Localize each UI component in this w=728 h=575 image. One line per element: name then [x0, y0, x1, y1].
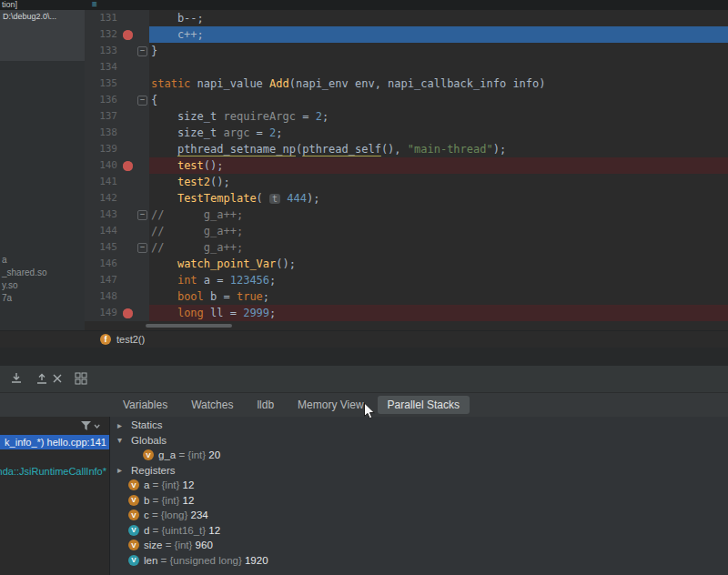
tree-group-statics[interactable]: ▸Statics	[110, 418, 728, 433]
line-number: 131	[85, 10, 119, 26]
code-text: c++;	[149, 26, 728, 43]
step-into-icon[interactable]	[9, 371, 24, 386]
gutter-icon-slot	[119, 59, 136, 76]
code-text: bool b = true;	[149, 288, 728, 305]
editor-line-136[interactable]: 136−{	[85, 92, 728, 108]
line-number: 144	[85, 223, 119, 239]
code-text	[149, 59, 728, 76]
editor-line-147[interactable]: 147 int a = 123456;	[85, 272, 728, 288]
gutter: 147	[85, 272, 149, 288]
variable-text: g_a = {int} 20	[158, 449, 220, 460]
code-text: watch_point_Var();	[149, 256, 728, 272]
library-item[interactable]: y.so	[2, 279, 46, 292]
step-out-icon[interactable]	[35, 371, 49, 386]
editor-line-134[interactable]: 134	[85, 59, 728, 76]
line-number: 134	[85, 59, 119, 76]
gutter: 133−	[85, 43, 149, 59]
filter-funnel-icon[interactable]	[80, 420, 102, 432]
fold-marker[interactable]: −	[136, 239, 149, 256]
debugger-bottom-area: k_info_*) hello.cpp:141nda::JsiRuntimeCa…	[0, 417, 728, 575]
gutter: 132	[85, 26, 149, 43]
library-item[interactable]: _shared.so	[2, 267, 46, 279]
frame-row[interactable]: nda::JsiRuntimeCallInfo*	[0, 464, 109, 479]
gutter: 146	[85, 256, 149, 272]
editor-line-131[interactable]: 131 b--;	[85, 10, 728, 26]
chevron-icon[interactable]: ▸	[117, 420, 126, 430]
chevron-icon[interactable]: ▾	[117, 435, 126, 445]
breadcrumb: f test2()	[0, 330, 728, 348]
tab-parallel-stacks[interactable]: Parallel Stacks	[378, 396, 470, 414]
editor-line-148[interactable]: 148 bool b = true;	[85, 288, 728, 305]
variable-d[interactable]: Vd = {uint16_t} 12	[110, 523, 728, 539]
chevron-icon[interactable]: ▸	[117, 465, 126, 475]
editor-line-143[interactable]: 143−// g_a++;	[85, 207, 728, 223]
line-number: 137	[85, 108, 119, 125]
line-number: 142	[85, 190, 119, 207]
editor-line-145[interactable]: 145−// g_a++;	[85, 239, 728, 256]
editor-line-132[interactable]: 132 c++;	[85, 26, 728, 43]
horizontal-scrollbar[interactable]	[146, 324, 232, 328]
fold-marker[interactable]: −	[136, 207, 149, 223]
gutter-icon-slot	[119, 76, 136, 92]
breakpoint-icon[interactable]	[119, 305, 136, 321]
editor-line-149[interactable]: 149 long ll = 2999;	[85, 305, 728, 321]
line-number: 145	[85, 239, 119, 256]
fold-marker[interactable]: −	[136, 92, 149, 108]
code-text: test();	[149, 157, 728, 174]
editor-line-135[interactable]: 135static napi_value Add(napi_env env, n…	[85, 76, 728, 92]
variable-c[interactable]: Vc = {long} 234	[110, 508, 728, 523]
editor-line-141[interactable]: 141 test2();	[85, 174, 728, 190]
editor-line-140[interactable]: 140 test();	[85, 157, 728, 174]
fold-marker	[136, 10, 149, 26]
remove-watch-icon[interactable]	[52, 373, 63, 384]
variable-icon: V	[128, 509, 139, 520]
code-editor[interactable]: 131 b--;132 c++;133−}134135static napi_v…	[85, 10, 728, 330]
editor-lines: 131 b--;132 c++;133−}134135static napi_v…	[85, 10, 728, 321]
gutter: 138	[85, 125, 149, 141]
fold-marker	[136, 256, 149, 272]
editor-line-144[interactable]: 144// g_a++;	[85, 223, 728, 239]
editor-line-138[interactable]: 138 size_t argc = 2;	[85, 125, 728, 141]
gutter-icon-slot	[119, 43, 136, 59]
fold-marker	[136, 223, 149, 239]
breakpoint-icon[interactable]	[119, 157, 136, 174]
variable-len[interactable]: Vlen = {unsigned long} 1920	[110, 553, 728, 569]
frame-row[interactable]: k_info_*) hello.cpp:141	[0, 435, 109, 449]
fold-marker	[136, 288, 149, 305]
library-item[interactable]: 7a	[2, 292, 46, 305]
function-icon: f	[100, 334, 111, 345]
project-path: D:\debug2.0\...	[0, 10, 85, 61]
line-number: 148	[85, 288, 119, 305]
library-item[interactable]: a	[2, 254, 46, 267]
tab-lldb[interactable]: lldb	[247, 396, 284, 414]
line-number: 135	[85, 76, 119, 92]
fold-marker	[136, 59, 149, 76]
variable-a[interactable]: Va = {int} 12	[110, 478, 728, 493]
gutter: 139	[85, 141, 149, 157]
ide-window: tion] ≡ D:\debug2.0\... a_shared.soy.so7…	[0, 0, 728, 575]
line-number: 141	[85, 174, 119, 190]
tree-group-registers[interactable]: ▸Registers	[110, 463, 728, 479]
breadcrumb-function[interactable]: test2()	[116, 334, 145, 345]
layout-grid-icon[interactable]	[74, 371, 88, 386]
editor-line-139[interactable]: 139 pthread_setname_np(pthread_self(), "…	[85, 141, 728, 157]
group-label: Statics	[131, 419, 163, 430]
editor-line-142[interactable]: 142 TestTemplate( t 444);	[85, 190, 728, 207]
frames-panel: k_info_*) hello.cpp:141nda::JsiRuntimeCa…	[0, 417, 110, 575]
fold-marker	[136, 157, 149, 174]
gutter: 140	[85, 157, 149, 174]
breakpoint-icon[interactable]	[119, 26, 136, 43]
editor-line-137[interactable]: 137 size_t requireArgc = 2;	[85, 108, 728, 125]
editor-line-146[interactable]: 146 watch_point_Var();	[85, 256, 728, 272]
gutter-icon-slot	[119, 272, 136, 288]
line-number: 138	[85, 125, 119, 141]
variable-size[interactable]: Vsize = {int} 960	[110, 538, 728, 553]
variable-g_a[interactable]: Vg_a = {int} 20	[110, 448, 728, 463]
editor-line-133[interactable]: 133−}	[85, 43, 728, 59]
tab-variables[interactable]: Variables	[113, 396, 177, 414]
tab-watches[interactable]: Watches	[181, 396, 243, 414]
fold-marker[interactable]: −	[136, 43, 149, 59]
tab-memory-view[interactable]: Memory View	[288, 396, 373, 414]
variable-b[interactable]: Vb = {int} 12	[110, 493, 728, 509]
tree-group-globals[interactable]: ▾Globals	[110, 433, 728, 449]
